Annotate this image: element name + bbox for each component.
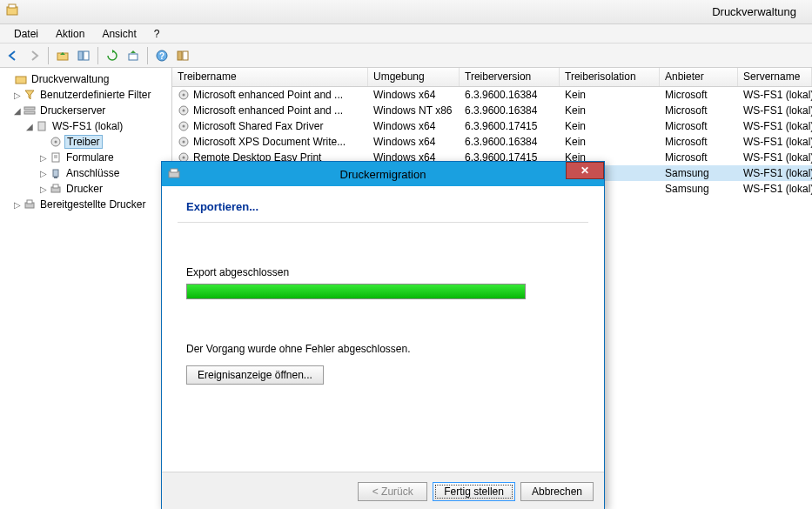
dialog-body: Exportieren... Export abgeschlossen Der … — [162, 186, 604, 472]
back-button[interactable] — [3, 46, 23, 65]
col-header-ver[interactable]: Treiberversion — [460, 68, 560, 86]
cell-env: Windows x64 — [368, 120, 460, 132]
dialog-footer: < Zurück Fertig stellen Abbrechen — [162, 472, 604, 509]
svg-rect-1 — [9, 4, 16, 8]
col-header-env[interactable]: Umgebung — [368, 68, 460, 86]
cell-server: WS-FS1 (lokal) — [738, 183, 812, 195]
cell-server: WS-FS1 (lokal) — [738, 89, 812, 101]
svg-rect-9 — [183, 51, 188, 60]
refresh-button[interactable] — [103, 46, 122, 65]
export-button[interactable] — [124, 46, 143, 65]
driver-icon — [49, 136, 63, 148]
cell-vendor: Microsoft — [660, 89, 738, 101]
svg-rect-11 — [24, 107, 35, 110]
progress-fill — [187, 285, 525, 298]
menu-file[interactable]: Datei — [7, 26, 45, 42]
finish-button[interactable]: Fertig stellen — [433, 482, 515, 501]
cell-vendor: Microsoft — [660, 104, 738, 117]
cell-server: WS-FS1 (lokal) — [738, 136, 812, 148]
ports-icon — [49, 167, 63, 179]
menu-action[interactable]: Aktion — [49, 26, 91, 42]
properties-button[interactable] — [173, 46, 192, 65]
server-icon — [35, 120, 49, 132]
forward-button[interactable] — [24, 46, 44, 65]
cell-name: Microsoft XPS Document Write... — [172, 136, 368, 148]
svg-point-32 — [183, 141, 185, 144]
tree-ports[interactable]: ▷ Anschlüsse — [2, 165, 170, 181]
driver-file-icon — [178, 120, 190, 132]
tree-root[interactable]: Druckverwaltung — [2, 71, 170, 87]
tree-print-servers[interactable]: ◢ Druckerserver — [2, 103, 170, 118]
cell-env: Windows x64 — [368, 136, 460, 148]
cell-iso: Kein — [560, 120, 660, 132]
tree-printers[interactable]: ▷ Drucker — [2, 181, 170, 197]
menu-help[interactable]: ? — [147, 26, 167, 42]
svg-point-30 — [183, 125, 185, 128]
chevron-right-icon: ▷ — [38, 169, 49, 178]
window-title: Druckverwaltung — [712, 5, 796, 18]
tree-label: Druckverwaltung — [30, 73, 111, 85]
table-row[interactable]: Microsoft XPS Document Write...Windows x… — [172, 134, 812, 150]
cell-vendor: Microsoft — [660, 120, 738, 132]
svg-point-15 — [55, 141, 57, 144]
col-header-server[interactable]: Servername — [738, 68, 812, 86]
svg-point-28 — [183, 110, 185, 112]
deployed-printer-icon — [23, 198, 37, 211]
menu-view[interactable]: Ansicht — [95, 26, 143, 42]
back-button: < Zurück — [358, 482, 427, 501]
svg-rect-24 — [27, 200, 32, 204]
status-label: Export abgeschlossen — [186, 266, 580, 278]
filter-icon — [23, 89, 37, 101]
cell-env: Windows x64 — [368, 89, 460, 101]
tree-label: Benutzerdefinierte Filter — [38, 89, 152, 101]
cell-vendor: Samsung — [660, 167, 738, 179]
tree-custom-filters[interactable]: ▷ Benutzerdefinierte Filter — [2, 87, 170, 103]
tree-server[interactable]: ◢ WS-FS1 (lokal) — [2, 118, 170, 134]
server-group-icon — [23, 104, 37, 117]
svg-rect-19 — [53, 170, 58, 177]
toolbar-separator — [97, 47, 98, 64]
driver-file-icon — [178, 89, 190, 101]
progress-bar — [186, 284, 526, 299]
table-row[interactable]: Microsoft enhanced Point and ...Windows … — [172, 103, 812, 118]
menubar: Datei Aktion Ansicht ? — [0, 24, 812, 44]
cancel-button[interactable]: Abbrechen — [520, 482, 594, 501]
show-hide-tree-button[interactable] — [74, 46, 93, 65]
close-icon: ✕ — [580, 164, 589, 177]
open-event-viewer-button[interactable]: Ereignisanzeige öffnen... — [186, 365, 324, 385]
tree-label: Treiber — [64, 135, 103, 149]
close-button[interactable]: ✕ — [566, 162, 604, 179]
col-header-vendor[interactable]: Anbieter — [660, 68, 738, 86]
cell-ver: 6.3.9600.17415 — [460, 120, 560, 132]
svg-rect-12 — [24, 111, 35, 114]
tree-deployed-printers[interactable]: ▷ Bereitgestellte Drucker — [2, 197, 170, 212]
chevron-right-icon: ▷ — [12, 90, 23, 100]
cell-ver: 6.3.9600.16384 — [460, 89, 560, 101]
up-folder-button[interactable] — [53, 46, 72, 65]
dialog-title: Druckermigration — [340, 168, 426, 181]
cell-vendor: Samsung — [660, 183, 738, 195]
dialog-heading: Exportieren... — [186, 200, 580, 213]
dialog-titlebar[interactable]: Druckermigration ✕ — [162, 162, 604, 186]
svg-rect-22 — [53, 184, 58, 188]
col-header-iso[interactable]: Treiberisolation — [560, 68, 660, 86]
printmgmt-icon — [14, 73, 28, 85]
table-row[interactable]: Microsoft enhanced Point and ...Windows … — [172, 87, 812, 103]
tree-drivers[interactable]: Treiber — [2, 134, 170, 150]
cell-ver: 6.3.9600.16384 — [460, 104, 560, 117]
cell-name: Microsoft enhanced Point and ... — [172, 104, 368, 117]
svg-rect-10 — [16, 77, 26, 84]
dialog-icon — [167, 167, 181, 184]
svg-rect-20 — [54, 177, 57, 178]
help-button[interactable]: ? — [152, 46, 171, 65]
cell-name: Microsoft enhanced Point and ... — [172, 89, 368, 101]
app-icon — [5, 3, 19, 20]
table-row[interactable]: Microsoft Shared Fax DriverWindows x646.… — [172, 118, 812, 134]
chevron-right-icon: ▷ — [38, 153, 49, 163]
col-header-name[interactable]: Treibername — [172, 68, 368, 86]
tree-label: Bereitgestellte Drucker — [38, 198, 147, 211]
cell-name: Microsoft Shared Fax Driver — [172, 120, 368, 132]
toolbar-separator — [48, 47, 49, 64]
tree-label: Anschlüsse — [64, 167, 121, 179]
tree-forms[interactable]: ▷ Formulare — [2, 150, 170, 165]
